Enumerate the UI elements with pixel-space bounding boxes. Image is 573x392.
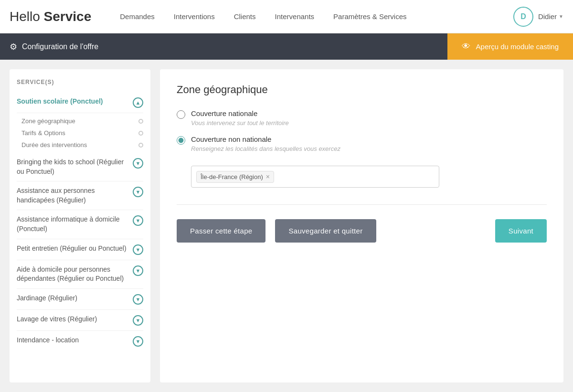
- radio-non-nationale[interactable]: [177, 136, 185, 145]
- nav-item-parametres[interactable]: Paramètres & Services: [333, 12, 406, 21]
- tag-label: Île-de-France (Région): [201, 173, 263, 180]
- sub-item-duree-label: Durée des interventions: [21, 141, 87, 148]
- logo-bold: Service: [44, 9, 92, 24]
- service-item-informatique[interactable]: Assistance informatique à domicile (Ponc…: [17, 210, 143, 239]
- eye-icon: 👁: [462, 42, 470, 52]
- service-label-aide-domicile: Aide à domicile pour personnes dépendant…: [17, 265, 129, 284]
- nav-item-intervenants[interactable]: Intervenants: [275, 12, 315, 21]
- radio-group: Couverture nationale Vous intervenez sur…: [177, 109, 547, 152]
- skip-button[interactable]: Passer cette étape: [177, 219, 265, 243]
- preview-label: Aperçu du module casting: [476, 42, 559, 51]
- main-layout: SERVICE(S) Soutien scolaire (Ponctuel) ▲…: [0, 60, 573, 392]
- radio-non-nationale-text: Couverture non nationale Renseignez les …: [191, 135, 340, 152]
- sub-item-duree[interactable]: Durée des interventions: [21, 139, 143, 151]
- service-label-intendance: Intendance - location: [17, 336, 129, 345]
- radio-option-non-nationale: Couverture non nationale Renseignez les …: [177, 135, 547, 152]
- sub-item-zone-dot: [138, 119, 143, 124]
- user-menu[interactable]: Didier ▼: [538, 12, 563, 21]
- sub-item-tarifs-label: Tarifs & Options: [21, 129, 65, 137]
- section-title: Zone géographique: [177, 84, 547, 96]
- service-icon-petit-entretien: ▼: [133, 244, 143, 255]
- nav-item-interventions[interactable]: Interventions: [174, 12, 215, 21]
- service-label-soutien: Soutien scolaire (Ponctuel): [17, 97, 129, 106]
- radio-option-nationale: Couverture nationale Vous intervenez sur…: [177, 109, 547, 127]
- config-bar-left: ⚙ Configuration de l'offre: [10, 42, 447, 52]
- action-buttons: Passer cette étape Sauvegarder et quitte…: [177, 219, 547, 243]
- service-label-jardinage: Jardinage (Régulier): [17, 294, 129, 303]
- nav-item-demandes[interactable]: Demandes: [120, 12, 155, 21]
- service-icon-bringing: ▼: [133, 158, 143, 169]
- service-icon-up: ▲: [133, 97, 143, 108]
- radio-nationale-text: Couverture nationale Vous intervenez sur…: [191, 109, 289, 127]
- tag-input-container[interactable]: Île-de-France (Région) ×: [191, 166, 439, 188]
- sub-item-duree-dot: [138, 143, 143, 148]
- config-bar-title: Configuration de l'offre: [22, 42, 98, 51]
- service-item-bringing[interactable]: Bringing the kids to school (Régulier ou…: [17, 153, 143, 181]
- tag-remove-button[interactable]: ×: [266, 173, 270, 180]
- service-item-jardinage[interactable]: Jardinage (Régulier) ▼: [17, 289, 143, 310]
- sub-items-soutien: Zone géographique Tarifs & Options Durée…: [17, 113, 143, 153]
- service-item-lavage[interactable]: Lavage de vitres (Régulier) ▼: [17, 310, 143, 331]
- user-avatar: D: [513, 7, 533, 27]
- service-icon-aide-domicile: ▼: [133, 265, 143, 276]
- service-item-assistance[interactable]: Assistance aux personnes handicapées (Ré…: [17, 181, 143, 210]
- service-label-petit-entretien: Petit entretien (Régulier ou Ponctuel): [17, 244, 129, 254]
- radio-non-nationale-hint: Renseignez les localités dans lesquelles…: [191, 145, 340, 152]
- sub-item-tarifs[interactable]: Tarifs & Options: [21, 127, 143, 139]
- service-icon-informatique: ▼: [133, 215, 143, 226]
- service-label-informatique: Assistance informatique à domicile (Ponc…: [17, 215, 129, 233]
- user-area: D Didier ▼: [513, 7, 563, 27]
- divider: [177, 204, 547, 205]
- logo-normal: Hello: [10, 9, 44, 24]
- logo: Hello Service: [10, 9, 91, 24]
- service-item-aide-domicile[interactable]: Aide à domicile pour personnes dépendant…: [17, 260, 143, 289]
- save-button[interactable]: Sauvegarder et quitter: [275, 219, 376, 243]
- tag-ile-de-france: Île-de-France (Région) ×: [196, 171, 274, 183]
- service-label-assistance: Assistance aux personnes handicapées (Ré…: [17, 186, 129, 205]
- main-content: Zone géographique Couverture nationale V…: [160, 69, 563, 382]
- service-item-intendance[interactable]: Intendance - location ▼: [17, 331, 143, 351]
- service-icon-lavage: ▼: [133, 315, 143, 326]
- sidebar-section-title: SERVICE(S): [17, 79, 143, 85]
- nav-item-clients[interactable]: Clients: [234, 12, 256, 21]
- main-nav: Demandes Interventions Clients Intervena…: [120, 12, 513, 21]
- next-button[interactable]: Suivant: [495, 219, 547, 243]
- service-icon-jardinage: ▼: [133, 294, 143, 305]
- sub-item-zone-label: Zone géographique: [21, 117, 75, 125]
- user-name-label: Didier: [538, 12, 557, 21]
- sub-item-tarifs-dot: [138, 131, 143, 136]
- config-bar: ⚙ Configuration de l'offre 👁 Aperçu du m…: [0, 33, 573, 60]
- service-icon-intendance: ▼: [133, 336, 143, 347]
- sidebar: SERVICE(S) Soutien scolaire (Ponctuel) ▲…: [10, 69, 150, 382]
- user-menu-chevron: ▼: [559, 14, 563, 19]
- service-item-soutien[interactable]: Soutien scolaire (Ponctuel) ▲: [17, 92, 143, 113]
- radio-non-nationale-label[interactable]: Couverture non nationale: [191, 135, 271, 143]
- service-label-lavage: Lavage de vitres (Régulier): [17, 315, 129, 324]
- header: Hello Service Demandes Interventions Cli…: [0, 0, 573, 33]
- radio-nationale-label[interactable]: Couverture nationale: [191, 109, 257, 117]
- service-icon-assistance: ▼: [133, 187, 143, 197]
- service-label-bringing: Bringing the kids to school (Régulier ou…: [17, 158, 129, 176]
- sub-item-zone[interactable]: Zone géographique: [21, 115, 143, 127]
- service-item-petit-entretien[interactable]: Petit entretien (Régulier ou Ponctuel) ▼: [17, 239, 143, 260]
- radio-nationale[interactable]: [177, 110, 185, 119]
- preview-button[interactable]: 👁 Aperçu du module casting: [447, 33, 573, 60]
- radio-nationale-hint: Vous intervenez sur tout le territoire: [191, 119, 289, 127]
- gear-icon: ⚙: [10, 42, 17, 52]
